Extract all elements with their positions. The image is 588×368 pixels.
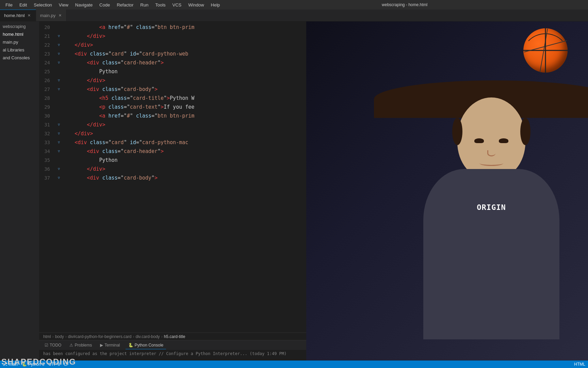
line-arrow-22: ▽	[55, 41, 62, 49]
menu-code[interactable]: Code	[97, 2, 113, 8]
bottom-panel: ☑ TODO ⚠ Problems ▶ Terminal 🐍	[39, 340, 306, 361]
code-line-33: 33 ▽ <div class="card" id="card-python-m…	[39, 138, 306, 147]
code-line-30: 30 <a href="#" class="btn btn-prim	[39, 111, 306, 120]
sidebar-item-consoles[interactable]: and Consoles	[0, 54, 39, 62]
line-arrow-24: ▽	[55, 58, 62, 67]
menu-file[interactable]: File	[3, 2, 15, 8]
tab-main-py-close[interactable]: ✕	[58, 13, 62, 18]
sidebar-item-webscraping[interactable]: webscraping	[0, 21, 39, 30]
line-content-21: </div>	[62, 32, 306, 41]
code-line-35: 35 Python	[39, 156, 306, 165]
menu-help[interactable]: Help	[208, 2, 223, 8]
language-label: HTML	[574, 362, 585, 367]
menu-selection[interactable]: Selection	[31, 2, 54, 8]
line-arrow-23: ▽	[55, 49, 62, 58]
code-line-24: 24 ▽ <div class="card-header">	[39, 58, 306, 67]
panel-tab-todo-label: TODO	[50, 343, 61, 348]
code-line-22: 22 ▽ </div>	[39, 41, 306, 49]
panel-tab-terminal[interactable]: ▶ Terminal	[97, 341, 122, 349]
menu-edit[interactable]: Edit	[17, 2, 30, 8]
code-line-28: 28 <h5 class="card-title">Python W	[39, 94, 306, 103]
breadcrumb-div-card[interactable]: div#card-python-for-beginners.card	[68, 334, 132, 339]
line-arrow-36: ▽	[55, 165, 62, 173]
line-content-37: <div class="card-body">	[62, 173, 306, 182]
hoodie-text: ORIGIN	[477, 203, 506, 212]
breadcrumb-html[interactable]: html	[43, 334, 51, 339]
line-num-28: 28	[39, 94, 55, 103]
line-num-20: 20	[39, 23, 55, 32]
line-content-23: <div class="card" id="card-python-web	[62, 49, 306, 58]
code-line-32: 32 ▽ </div>	[39, 129, 306, 138]
terminal-icon: ▶	[100, 343, 103, 348]
basketball	[523, 28, 568, 73]
line-content-30: <a href="#" class="btn btn-prim	[62, 111, 306, 120]
menu-view[interactable]: View	[56, 2, 71, 8]
breadcrumb-sep-3: ›	[133, 334, 134, 339]
line-content-29: <p class="card-text">If you fee	[62, 103, 306, 111]
menu-tools[interactable]: Tools	[152, 2, 168, 8]
menu-refactor[interactable]: Refactor	[114, 2, 136, 8]
tab-home-html-close[interactable]: ✕	[27, 13, 32, 18]
main-area: webscraping home.html main.py al Librari…	[0, 21, 588, 361]
line-content-20: <a href="#" class="btn btn-prim	[62, 23, 306, 32]
problems-icon: ⚠	[69, 343, 73, 348]
breadcrumb-sep-1: ›	[52, 334, 54, 339]
panel-status-text: has been configured as the project inter…	[43, 351, 287, 356]
sidebar-item-libraries[interactable]: al Libraries	[0, 46, 39, 54]
panel-content: has been configured as the project inter…	[39, 350, 306, 357]
hair-sides-right	[520, 118, 530, 145]
tab-bar: home.html ✕ main.py ✕	[0, 10, 588, 21]
menu-run[interactable]: Run	[137, 2, 151, 8]
line-num-36: 36	[39, 165, 55, 173]
line-content-28: <h5 class="card-title">Python W	[62, 94, 306, 103]
line-content-35: Python	[62, 156, 306, 165]
tab-home-html[interactable]: home.html ✕	[0, 10, 36, 21]
line-num-34: 34	[39, 147, 55, 156]
line-content-33: <div class="card" id="card-python-mac	[62, 138, 306, 147]
menu-navigate[interactable]: Navigate	[72, 2, 95, 8]
panel-tab-todo[interactable]: ☑ TODO	[42, 341, 64, 349]
line-num-21: 21	[39, 32, 55, 41]
hair-sides-left	[452, 118, 462, 145]
line-content-26: </div>	[62, 76, 306, 85]
line-num-33: 33	[39, 138, 55, 147]
line-arrow-33: ▽	[55, 138, 62, 147]
line-content-22: </div>	[62, 41, 306, 49]
line-arrow-31: ▽	[55, 120, 62, 129]
line-num-31: 31	[39, 120, 55, 129]
line-arrow-27: ▽	[55, 85, 62, 94]
line-content-31: </div>	[62, 120, 306, 129]
panel-tabs: ☑ TODO ⚠ Problems ▶ Terminal 🐍	[39, 340, 306, 350]
status-language[interactable]: HTML	[574, 362, 585, 367]
line-num-22: 22	[39, 41, 55, 49]
tab-main-py-label: main.py	[40, 13, 56, 18]
menu-window[interactable]: Window	[185, 2, 207, 8]
line-num-24: 24	[39, 58, 55, 67]
code-line-23: 23 ▽ <div class="card" id="card-python-w…	[39, 49, 306, 58]
code-line-34: 34 ▽ <div class="card-header">	[39, 147, 306, 156]
panel-tab-problems[interactable]: ⚠ Problems	[67, 341, 95, 349]
breadcrumb-h5[interactable]: h5.card-title	[164, 334, 185, 339]
line-num-35: 35	[39, 156, 55, 165]
line-content-25: Python	[62, 67, 306, 76]
menu-vcs[interactable]: VCS	[170, 2, 184, 8]
line-arrow-21: ▽	[55, 32, 62, 41]
panel-tab-python-console[interactable]: 🐍 Python Console	[126, 341, 166, 349]
person-figure: ORIGIN	[376, 80, 588, 353]
panel-tab-python-label: Python Console	[135, 343, 164, 348]
line-arrow-34: ▽	[55, 147, 62, 156]
line-num-30: 30	[39, 111, 55, 120]
code-line-36: 36 ▽ </div>	[39, 165, 306, 173]
line-arrow-26: ▽	[55, 76, 62, 85]
editor-area[interactable]: 20 <a href="#" class="btn btn-prim 21 ▽ …	[39, 21, 306, 361]
tab-main-py[interactable]: main.py ✕	[36, 10, 67, 21]
code-line-27: 27 ▽ <div class="card-body">	[39, 85, 306, 94]
sidebar-item-home-html[interactable]: home.html	[0, 30, 39, 38]
watermark: SHAPEDCODING	[0, 357, 78, 367]
breadcrumb-div-body[interactable]: div.card-body	[135, 334, 160, 339]
breadcrumb-body[interactable]: body	[55, 334, 64, 339]
sidebar: webscraping home.html main.py al Librari…	[0, 21, 39, 361]
line-content-36: </div>	[62, 165, 306, 173]
code-line-29: 29 <p class="card-text">If you fee	[39, 103, 306, 111]
sidebar-item-main-py[interactable]: main.py	[0, 38, 39, 46]
